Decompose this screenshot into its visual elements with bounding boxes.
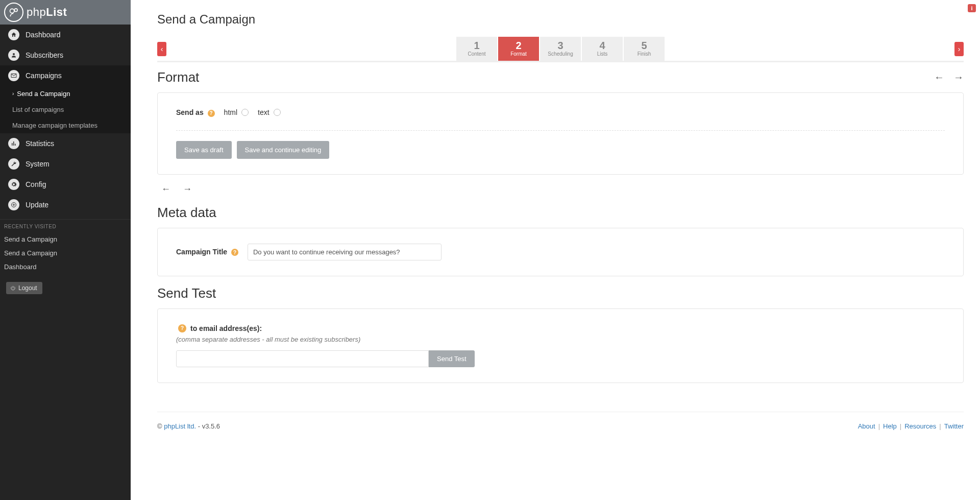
send-test-heading: Send Test bbox=[157, 285, 964, 301]
nav-update[interactable]: Update bbox=[0, 195, 131, 215]
footer-link-help[interactable]: Help bbox=[883, 422, 897, 430]
help-icon[interactable]: ? bbox=[208, 110, 215, 117]
section-next-arrow[interactable]: → bbox=[953, 72, 964, 83]
test-to-row: ? to email address(es): bbox=[176, 324, 945, 332]
nav-config[interactable]: Config bbox=[0, 174, 131, 195]
radio-html[interactable]: html bbox=[224, 108, 249, 116]
panel-prev-arrow[interactable]: ← bbox=[161, 184, 170, 195]
wrench-icon bbox=[8, 158, 19, 170]
nav-label: Dashboard bbox=[26, 31, 61, 39]
step-format[interactable]: 2 Format bbox=[498, 37, 539, 61]
sidebar-header: phpList bbox=[0, 0, 131, 25]
step-scheduling[interactable]: 3 Scheduling bbox=[540, 37, 581, 61]
send-as-label: Send as ? bbox=[176, 108, 215, 117]
step-finish[interactable]: 5 Finish bbox=[624, 37, 665, 61]
svg-point-0 bbox=[10, 9, 14, 13]
pager-next-button[interactable]: › bbox=[954, 42, 964, 56]
nav-label: Update bbox=[26, 201, 48, 209]
footer: © phpList ltd. - v3.5.6 About | Help | R… bbox=[157, 412, 964, 430]
send-test-button[interactable]: Send Test bbox=[429, 350, 475, 367]
recently-visited-label: RECENTLY VISITED bbox=[0, 219, 131, 232]
svg-point-1 bbox=[14, 9, 17, 12]
nav-system[interactable]: System bbox=[0, 154, 131, 174]
chart-icon bbox=[8, 138, 19, 149]
test-to-label: to email address(es): bbox=[190, 324, 262, 332]
power-icon bbox=[10, 285, 16, 291]
step-number: 3 bbox=[540, 40, 581, 51]
home-icon bbox=[8, 29, 19, 40]
section-prev-arrow[interactable]: ← bbox=[934, 72, 944, 83]
subnav-label: Send a Campaign bbox=[17, 90, 70, 98]
footer-company-link[interactable]: phpList ltd. bbox=[164, 422, 196, 430]
gear-icon bbox=[8, 179, 19, 190]
plus-circle-icon bbox=[8, 199, 19, 210]
nav-subscribers[interactable]: Subscribers bbox=[0, 45, 131, 65]
page-title: Send a Campaign bbox=[157, 12, 964, 27]
nav-label: Campaigns bbox=[26, 72, 62, 80]
radio-label: text bbox=[258, 108, 270, 116]
svg-point-2 bbox=[13, 53, 15, 55]
nav-label: System bbox=[26, 160, 50, 168]
campaigns-subnav: › Send a Campaign List of campaigns Mana… bbox=[0, 86, 131, 133]
subnav-manage-templates[interactable]: Manage campaign templates bbox=[0, 117, 131, 133]
chevron-right-icon: › bbox=[12, 91, 14, 97]
campaign-title-row: Campaign Title ? bbox=[176, 244, 945, 260]
nav-campaigns[interactable]: Campaigns bbox=[0, 65, 131, 86]
step-number: 4 bbox=[582, 40, 623, 51]
save-draft-button[interactable]: Save as draft bbox=[176, 141, 232, 159]
help-icon[interactable]: ? bbox=[178, 324, 186, 332]
dashed-divider bbox=[176, 130, 945, 131]
pager-prev-button[interactable]: ‹ bbox=[157, 42, 166, 56]
format-heading: Format bbox=[157, 69, 199, 85]
nav-statistics[interactable]: Statistics bbox=[0, 133, 131, 154]
recent-item[interactable]: Send a Campaign bbox=[0, 246, 131, 260]
panel-next-arrow[interactable]: → bbox=[183, 184, 192, 195]
step-lists[interactable]: 4 Lists bbox=[582, 37, 623, 61]
metadata-heading: Meta data bbox=[157, 205, 964, 221]
step-label: Content bbox=[456, 51, 497, 57]
user-icon bbox=[8, 50, 19, 61]
campaign-title-label: Campaign Title bbox=[176, 248, 227, 256]
radio-html-input[interactable] bbox=[241, 109, 249, 116]
radio-text-input[interactable] bbox=[274, 109, 281, 116]
help-icon[interactable]: ? bbox=[231, 249, 238, 256]
wizard-steps: 1 Content 2 Format 3 Scheduling 4 Lists … bbox=[456, 37, 665, 61]
campaign-title-label-wrap: Campaign Title ? bbox=[176, 248, 238, 256]
test-email-input[interactable] bbox=[176, 350, 429, 367]
format-buttons: Save as draft Save and continue editing bbox=[176, 141, 945, 159]
send-test-row: Send Test bbox=[176, 350, 945, 367]
envelope-icon bbox=[8, 70, 19, 81]
subnav-send-campaign[interactable]: › Send a Campaign bbox=[0, 86, 131, 102]
step-number: 5 bbox=[624, 40, 665, 51]
footer-copyright: © phpList ltd. - v3.5.6 bbox=[157, 422, 220, 430]
send-as-radio-group: html text bbox=[224, 108, 281, 116]
logo-text: phpList bbox=[27, 6, 67, 19]
nav-dashboard[interactable]: Dashboard bbox=[0, 25, 131, 45]
footer-link-about[interactable]: About bbox=[858, 422, 875, 430]
step-number: 2 bbox=[498, 40, 539, 51]
radio-label: html bbox=[224, 108, 237, 116]
send-test-panel: ? to email address(es): (comma separate … bbox=[157, 308, 964, 383]
recent-item[interactable]: Send a Campaign bbox=[0, 232, 131, 246]
subnav-label: Manage campaign templates bbox=[12, 122, 97, 129]
logo-icon bbox=[4, 3, 23, 22]
step-label: Lists bbox=[582, 51, 623, 57]
nav-label: Config bbox=[26, 180, 46, 188]
logout-button[interactable]: Logout bbox=[6, 282, 42, 294]
step-label: Scheduling bbox=[540, 51, 581, 57]
save-continue-button[interactable]: Save and continue editing bbox=[237, 141, 330, 159]
radio-text[interactable]: text bbox=[258, 108, 281, 116]
subnav-list-campaigns[interactable]: List of campaigns bbox=[0, 102, 131, 117]
send-as-row: Send as ? html text bbox=[176, 108, 945, 117]
test-hint: (comma separate addresses - all must be … bbox=[176, 336, 945, 343]
footer-link-twitter[interactable]: Twitter bbox=[944, 422, 964, 430]
logo-link[interactable]: phpList bbox=[4, 3, 67, 22]
wizard-row: ‹ 1 Content 2 Format 3 Scheduling 4 List… bbox=[157, 37, 964, 61]
step-label: Finish bbox=[624, 51, 665, 57]
campaign-title-input[interactable] bbox=[248, 244, 442, 260]
footer-link-resources[interactable]: Resources bbox=[904, 422, 936, 430]
sidebar: phpList Dashboard Subscribers Campaigns … bbox=[0, 0, 131, 500]
logout-label: Logout bbox=[18, 284, 37, 292]
recent-item[interactable]: Dashboard bbox=[0, 260, 131, 274]
step-content[interactable]: 1 Content bbox=[456, 37, 497, 61]
